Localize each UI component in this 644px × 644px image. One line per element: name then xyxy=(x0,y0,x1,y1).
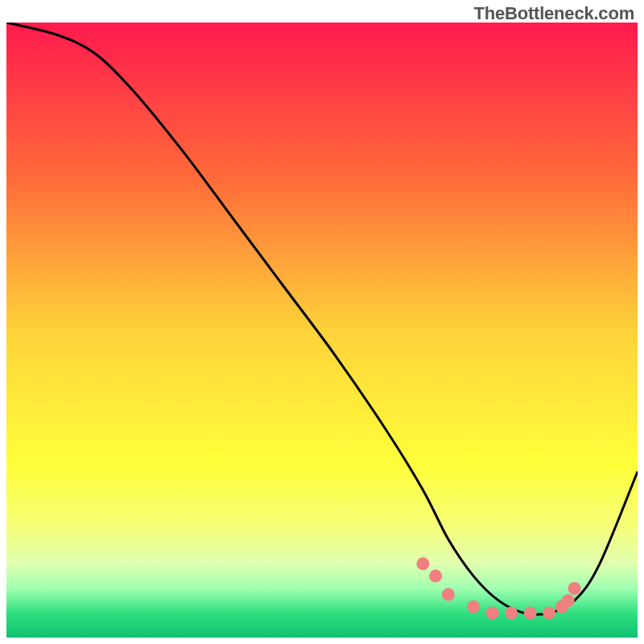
marker-point xyxy=(505,606,518,619)
marker-point xyxy=(543,606,555,619)
chart-canvas xyxy=(6,23,638,638)
marker-point xyxy=(429,570,442,583)
gradient-background xyxy=(6,23,638,638)
marker-point xyxy=(467,601,480,613)
marker-point xyxy=(416,557,429,570)
marker-point xyxy=(524,606,537,619)
marker-point xyxy=(486,606,499,619)
marker-point xyxy=(562,594,575,607)
marker-point xyxy=(442,588,455,601)
chart-svg xyxy=(6,23,638,638)
marker-point xyxy=(568,582,581,595)
watermark-text: TheBottleneck.com xyxy=(473,3,634,24)
